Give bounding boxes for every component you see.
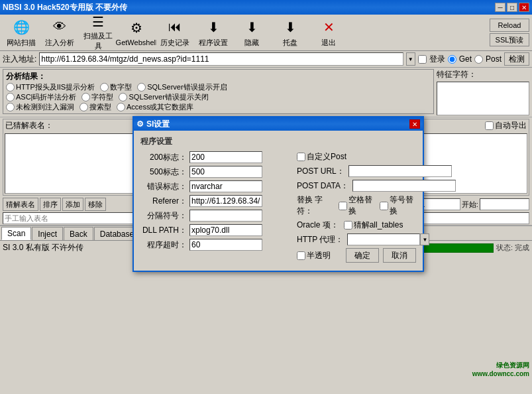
toolbar-tray[interactable]: ⬇ 托盘 bbox=[272, 16, 309, 49]
http-proxy-dropdown-btn[interactable]: ▼ bbox=[420, 233, 429, 245]
space-replace-group: 空格替换 bbox=[339, 194, 375, 217]
radio-http[interactable] bbox=[6, 83, 15, 92]
radio-sqlopen[interactable] bbox=[137, 83, 146, 92]
toolbar-inject[interactable]: 👁 注入分析 bbox=[41, 16, 78, 49]
analysis-label: 分析结果： bbox=[6, 72, 46, 81]
post-radio[interactable] bbox=[474, 55, 483, 64]
login-checkbox[interactable] bbox=[418, 55, 427, 64]
tab-back[interactable]: Back bbox=[64, 227, 93, 240]
all-tables-checkbox[interactable] bbox=[344, 221, 352, 230]
option-sqlserver-close: SQLServer错误提示关闭 bbox=[119, 92, 208, 102]
toolbar-webscan[interactable]: 🌐 网站扫描 bbox=[3, 16, 40, 49]
get-radio[interactable] bbox=[448, 55, 456, 64]
window-title: NBSI 3.0 Hack520专用版 不要外传 bbox=[3, 2, 127, 13]
input-timeout[interactable] bbox=[189, 239, 262, 251]
toolbar-getwebshell[interactable]: ⚙ GetWebshell bbox=[118, 16, 155, 49]
custom-post-checkbox[interactable] bbox=[297, 153, 305, 161]
row-post-url: POST URL： bbox=[297, 165, 416, 177]
main-toolbar: 🌐 网站扫描 👁 注入分析 ☰ 扫描及工具 ⚙ GetWebshell ⏮ 历史… bbox=[0, 15, 532, 51]
row-oracle: Oracle 项： 猜解all_tables bbox=[297, 220, 416, 231]
ssl-button[interactable]: SSL预读 bbox=[490, 33, 529, 46]
table-add-btn[interactable]: 添加 bbox=[62, 198, 83, 211]
input-error[interactable] bbox=[189, 180, 262, 192]
toolbar-history[interactable]: ⏮ 历史记录 bbox=[156, 16, 193, 49]
input-dll[interactable] bbox=[189, 224, 262, 236]
minimize-button[interactable]: ─ bbox=[495, 3, 505, 12]
guess-table-btn[interactable]: 猜解表名 bbox=[3, 198, 38, 211]
replace-label: 替换 字符： bbox=[297, 194, 333, 217]
analysis-options-3: 未检测到注入漏洞 搜索型 Access或其它数据库 bbox=[6, 102, 431, 112]
toolbar-getwebshell-label: GetWebshell bbox=[116, 38, 158, 46]
modal-close-button[interactable]: ✕ bbox=[409, 119, 420, 129]
radio-search[interactable] bbox=[80, 103, 88, 111]
start-label: 开始: bbox=[462, 200, 478, 210]
row-http-proxy: HTTP 代理： ▼ bbox=[297, 233, 416, 245]
input-500[interactable] bbox=[189, 166, 262, 178]
space-replace-checkbox[interactable] bbox=[339, 202, 347, 210]
watermark-line2: www.downcc.com bbox=[472, 369, 529, 378]
toolbar-tray-label: 托盘 bbox=[283, 38, 297, 48]
radio-ascii[interactable] bbox=[6, 93, 15, 101]
option-sqlclose-label: SQLServer错误提示关闭 bbox=[129, 92, 208, 102]
semi-transparent-checkbox[interactable] bbox=[297, 251, 305, 260]
post-url-label: POST URL： bbox=[297, 166, 345, 177]
ok-button[interactable]: 确定 bbox=[346, 248, 379, 263]
post-data-input[interactable] bbox=[352, 180, 456, 192]
equal-replace-group: 等号替换 bbox=[380, 194, 416, 217]
toolbar-hide[interactable]: ⬇ 隐藏 bbox=[233, 16, 270, 49]
watermark: 绿色资源网 www.downcc.com bbox=[472, 361, 529, 378]
input-referer[interactable] bbox=[189, 195, 262, 207]
oracle-label: Oracle 项： bbox=[297, 220, 339, 231]
tab-inject[interactable]: Inject bbox=[32, 227, 63, 240]
cancel-button[interactable]: 取消 bbox=[383, 248, 416, 263]
start-input[interactable] bbox=[480, 198, 529, 210]
http-proxy-input[interactable] bbox=[347, 233, 420, 245]
input-200[interactable] bbox=[189, 151, 262, 163]
analysis-options-2: ASC|码折半法分析 字符型 SQLServer错误提示关闭 bbox=[6, 92, 431, 102]
toolbar-exit[interactable]: ✕ 退出 bbox=[310, 16, 347, 49]
modal-left-col: 200标志： 500标志： 错误标志： Referer： bbox=[140, 151, 290, 265]
table-remove-btn[interactable]: 移除 bbox=[85, 198, 106, 211]
input-separator[interactable] bbox=[189, 210, 262, 222]
row-post-data: POST DATA： bbox=[297, 180, 416, 192]
semi-transparent-group: 半透明 bbox=[297, 250, 331, 261]
auto-export-group: 自动导出 bbox=[485, 120, 527, 131]
toolbar-side: Reload SSL预读 bbox=[490, 19, 529, 46]
option-notfound: 未检测到注入漏洞 bbox=[6, 102, 74, 112]
special-char-input[interactable] bbox=[437, 82, 529, 115]
radio-notfound[interactable] bbox=[6, 103, 15, 111]
equal-replace-checkbox[interactable] bbox=[380, 202, 388, 210]
radio-numeric[interactable] bbox=[100, 83, 109, 92]
toolbar-settings-label: 程序设置 bbox=[199, 38, 228, 48]
tab-scan[interactable]: Scan bbox=[1, 227, 31, 240]
address-input[interactable] bbox=[39, 52, 403, 66]
toolbar-settings[interactable]: ⬇ 程序设置 bbox=[195, 16, 232, 49]
maximize-button[interactable]: □ bbox=[507, 3, 517, 12]
post-url-input[interactable] bbox=[348, 165, 452, 177]
reload-button[interactable]: Reload bbox=[490, 19, 529, 32]
post-label: Post bbox=[486, 54, 502, 64]
modal-right-section: 自定义Post POST URL： POST DATA： 替换 字符： bbox=[297, 151, 416, 265]
table-sort-btn[interactable]: 排序 bbox=[40, 198, 61, 211]
toolbar-inject-label: 注入分析 bbox=[45, 38, 74, 48]
space-replace-label: 空格替换 bbox=[348, 194, 375, 217]
history-icon: ⏮ bbox=[164, 18, 186, 36]
close-button[interactable]: ✕ bbox=[519, 3, 529, 12]
tools-icon: ☰ bbox=[87, 14, 109, 30]
login-label: 登录 bbox=[429, 54, 445, 65]
status-right: 状态: 完成 bbox=[496, 243, 529, 253]
radio-string[interactable] bbox=[81, 93, 90, 101]
radio-sqlclose[interactable] bbox=[119, 93, 127, 101]
analysis-section: 分析结果： HTTP报头及IIS提示分析 数字型 SQLServer错误提示开启 bbox=[3, 69, 434, 114]
modal-two-col: 200标志： 500标志： 错误标志： Referer： bbox=[140, 151, 416, 265]
auto-export-checkbox[interactable] bbox=[485, 121, 494, 130]
inject-icon: 👁 bbox=[49, 18, 70, 36]
modal-section: 程序设置 bbox=[140, 136, 416, 147]
address-dropdown-btn[interactable]: ▼ bbox=[406, 52, 415, 66]
detect-button[interactable]: 检测 bbox=[504, 52, 529, 66]
special-char-panel: 特征字符： bbox=[437, 69, 529, 115]
option-access-label: Access或其它数据库 bbox=[127, 102, 193, 112]
radio-access[interactable] bbox=[117, 103, 125, 111]
custom-post-label: 自定义Post bbox=[307, 151, 346, 163]
toolbar-tools[interactable]: ☰ 扫描及工具 bbox=[80, 16, 117, 49]
